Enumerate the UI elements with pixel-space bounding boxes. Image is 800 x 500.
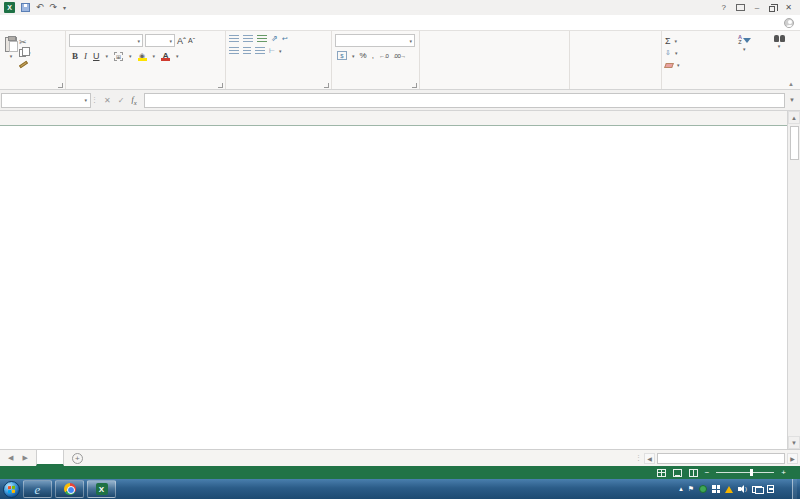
scroll-left-icon[interactable]: ◀: [644, 453, 655, 464]
paste-icon: [5, 37, 17, 52]
scroll-down-icon[interactable]: ▼: [788, 436, 800, 449]
taskbar-excel[interactable]: X: [87, 480, 116, 498]
vertical-scrollbar[interactable]: ▲ ▼: [787, 111, 800, 449]
wrap-text-button[interactable]: ↩: [282, 35, 290, 43]
expand-formula-bar-icon[interactable]: ▼: [785, 97, 799, 103]
format-painter-icon[interactable]: [19, 60, 28, 68]
align-top-icon[interactable]: [229, 35, 239, 43]
font-group: ▾ ▾ Aˆ Aˇ B I U ▾ ⊞ ▾ ◉ ▾ A ▾: [66, 31, 226, 89]
next-sheet-icon[interactable]: ▶: [22, 454, 27, 462]
comma-style-icon[interactable]: ,: [372, 51, 374, 60]
zoom-slider-thumb[interactable]: [750, 469, 753, 476]
fill-button[interactable]: ⇩▾: [665, 48, 727, 58]
increase-font-icon[interactable]: Aˆ: [177, 36, 186, 46]
align-bottom-icon[interactable]: [257, 35, 267, 43]
font-size-combo[interactable]: ▾: [145, 34, 175, 47]
scroll-up-icon[interactable]: ▲: [788, 111, 800, 124]
merge-center-button[interactable]: ⊢▾: [269, 47, 281, 55]
insert-function-icon[interactable]: fx: [131, 95, 136, 106]
decrease-font-icon[interactable]: Aˇ: [188, 37, 195, 44]
align-middle-icon[interactable]: [243, 35, 253, 43]
excel-window: X ↶ ↷ ▾ ? – ✕ ▾: [0, 0, 800, 500]
underline-button[interactable]: U: [93, 51, 100, 61]
number-format-combo[interactable]: ▾: [335, 34, 415, 47]
font-dialog-launcher[interactable]: [218, 83, 223, 88]
flag-icon[interactable]: ⚑: [688, 485, 694, 493]
ribbon-display-options-icon[interactable]: [736, 4, 745, 11]
tab-splitter[interactable]: ⋮: [635, 454, 642, 462]
borders-icon[interactable]: ⊞: [114, 52, 123, 61]
display-icon[interactable]: [752, 486, 762, 493]
clipboard-dialog-launcher[interactable]: [58, 83, 63, 88]
restore-icon[interactable]: [769, 6, 775, 12]
customize-qat-icon[interactable]: ▾: [63, 4, 66, 11]
alignment-dialog-launcher[interactable]: [324, 83, 329, 88]
accounting-format-icon[interactable]: $: [337, 51, 347, 60]
zoom-out-icon[interactable]: −: [705, 468, 710, 477]
clear-button[interactable]: ▾: [665, 60, 727, 70]
windows-logo-icon: [8, 485, 15, 493]
excel-taskbar-icon: X: [96, 483, 108, 495]
name-box[interactable]: ▾: [1, 93, 91, 108]
tray-windows-icon[interactable]: [712, 485, 720, 493]
ribbon-tab-row: [0, 15, 800, 31]
align-left-icon[interactable]: [229, 47, 239, 55]
enter-formula-icon[interactable]: ✓: [118, 96, 125, 105]
collapse-ribbon-icon[interactable]: ▲: [788, 81, 794, 87]
taskbar: e X ▴ ⚑ ): [0, 479, 800, 499]
close-icon[interactable]: ✕: [785, 3, 792, 13]
normal-view-icon[interactable]: [657, 469, 666, 477]
increase-decimal-icon[interactable]: ←.0: [379, 53, 389, 59]
sign-in[interactable]: [780, 15, 800, 30]
align-center-icon[interactable]: [243, 47, 251, 55]
font-name-combo[interactable]: ▾: [69, 34, 143, 47]
tray-app-icon[interactable]: [699, 485, 707, 493]
internet-explorer-icon: e: [35, 483, 41, 496]
font-color-icon[interactable]: A: [161, 52, 170, 61]
orientation-icon[interactable]: ⇗: [271, 34, 278, 43]
help-icon[interactable]: ?: [721, 3, 725, 13]
volume-icon[interactable]: ): [738, 485, 747, 493]
action-center-icon[interactable]: [767, 485, 774, 493]
horizontal-scroll-thumb[interactable]: [657, 453, 785, 464]
autosum-button[interactable]: Σ▾: [665, 36, 727, 46]
save-icon[interactable]: [21, 3, 30, 12]
decrease-decimal-icon[interactable]: .00→: [393, 53, 405, 59]
bold-button[interactable]: B: [72, 51, 78, 61]
show-hidden-icons[interactable]: ▴: [679, 485, 683, 493]
horizontal-scrollbar[interactable]: ⋮ ◀ ▶: [635, 450, 800, 466]
worksheet-area: ▲ ▼: [0, 111, 800, 449]
vertical-scroll-thumb[interactable]: [790, 126, 799, 160]
minimize-icon[interactable]: –: [755, 3, 759, 13]
scroll-right-icon[interactable]: ▶: [787, 453, 798, 464]
zoom-in-icon[interactable]: +: [781, 468, 786, 477]
percent-style-icon[interactable]: %: [360, 51, 367, 60]
cut-icon[interactable]: ✂: [19, 37, 27, 47]
number-dialog-launcher[interactable]: [412, 83, 417, 88]
cancel-formula-icon[interactable]: ✕: [104, 96, 111, 105]
prev-sheet-icon[interactable]: ◀: [8, 454, 13, 462]
sort-filter-button[interactable]: AZ ▾: [727, 34, 763, 78]
copy-icon[interactable]: [19, 49, 26, 57]
page-layout-view-icon[interactable]: [673, 469, 682, 477]
redo-icon[interactable]: ↷: [50, 3, 58, 12]
number-group: ▾ $ ▾ % , ←.0 .00→: [332, 31, 420, 89]
align-right-icon[interactable]: [255, 47, 265, 55]
sheet-tab-sheet1[interactable]: [36, 450, 64, 466]
fill-color-icon[interactable]: ◉: [138, 52, 147, 61]
google-drive-icon[interactable]: [725, 486, 733, 493]
formula-input[interactable]: [144, 93, 785, 108]
paste-button[interactable]: ▾: [3, 34, 19, 78]
start-button[interactable]: [3, 481, 20, 498]
zoom-slider[interactable]: [716, 472, 774, 473]
show-desktop-button[interactable]: [792, 479, 797, 499]
undo-icon[interactable]: ↶: [36, 3, 44, 12]
alignment-group: ⇗ ↩ ⊢▾: [226, 31, 332, 89]
page-break-view-icon[interactable]: [689, 469, 698, 477]
taskbar-chrome[interactable]: [55, 480, 84, 498]
taskbar-internet-explorer[interactable]: e: [23, 480, 52, 498]
find-select-button[interactable]: ▾: [762, 34, 796, 78]
grid-rows: [0, 126, 787, 449]
new-sheet-icon[interactable]: +: [72, 453, 83, 464]
italic-button[interactable]: I: [84, 51, 87, 61]
